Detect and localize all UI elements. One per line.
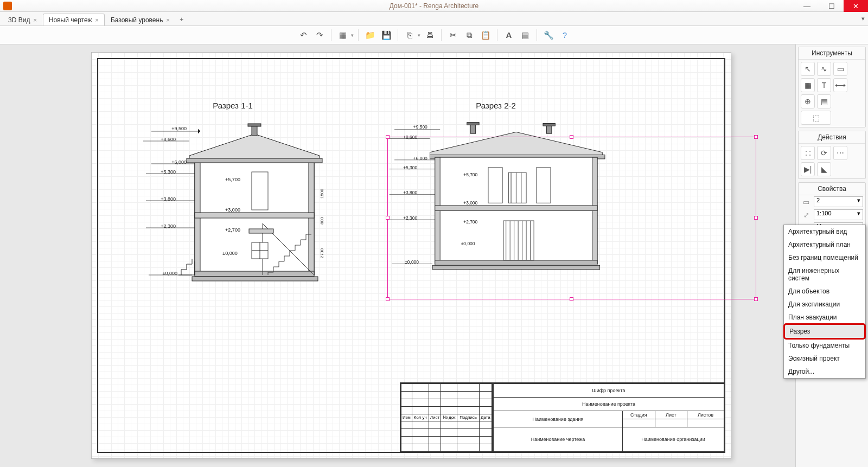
dropdown-item[interactable]: План эвакуации [784, 311, 865, 324]
svg-text:+2,700: +2,700 [225, 227, 240, 233]
svg-text:+3,000: +3,000 [225, 207, 240, 213]
dropdown-item[interactable]: Эскизный проект [784, 352, 865, 365]
svg-text:+9,500: +9,500 [413, 124, 427, 130]
svg-rect-38 [543, 124, 555, 126]
dropdown-item-selected[interactable]: Разрез [783, 323, 866, 340]
svg-text:800: 800 [320, 217, 324, 225]
dropdown-item[interactable]: Для инженерных систем [784, 264, 865, 285]
viewtype-dropdown[interactable]: Архитектурный вид Архитектурный план Без… [783, 225, 866, 379]
dropdown-item[interactable]: Архитектурный вид [784, 225, 865, 238]
undo-button[interactable]: ↶ [296, 28, 310, 42]
project-code: Шифр проекта [494, 384, 724, 398]
building-name: Наименование здания [494, 411, 623, 427]
cut-button[interactable]: ✂ [446, 28, 460, 42]
svg-text:+5,300: +5,300 [161, 169, 176, 175]
canvas[interactable]: Разрез 1-1 [0, 44, 795, 467]
section-title: Разрез 1-1 [135, 101, 330, 110]
org-name: Наименование организации [623, 427, 724, 452]
close-icon[interactable]: × [33, 17, 36, 23]
dropdown-item[interactable]: Другой... [784, 365, 865, 378]
main-area: Разрез 1-1 [0, 44, 868, 467]
drawing-sheet: Разрез 1-1 [91, 52, 731, 459]
redo-button[interactable]: ↷ [312, 28, 327, 42]
dropdown-item[interactable]: Только фундаменты [784, 339, 865, 352]
tab-base-level[interactable]: Базовый уровень× [105, 14, 176, 25]
move-tool[interactable]: ⸬ [801, 146, 815, 160]
scale-select[interactable]: 1:100 ▾ [814, 209, 863, 220]
view-tool[interactable]: ⬚ [801, 111, 831, 125]
close-button[interactable]: ✕ [844, 0, 868, 12]
panel-title: Инструменты [799, 47, 865, 60]
drawing-name: Наименование чертежа [494, 427, 623, 452]
selection-box[interactable] [387, 137, 756, 299]
dropdown-item[interactable]: Без границ помещений [784, 251, 865, 264]
text-style-button[interactable]: A [502, 28, 516, 42]
trim-tool[interactable]: ◣ [817, 162, 831, 176]
line-tool[interactable]: ∿ [817, 62, 831, 76]
dimension-tool[interactable]: ⟷ [833, 78, 847, 92]
main-toolbar: ↶ ↷ ▦▾ 📁 💾 ⎘▾ 🖶 ✂ ⧉ 📋 A ▤ 🔧 ? [0, 26, 868, 44]
window-title: Дом-001* - Renga Architecture [390, 2, 479, 10]
tab-label: Базовый уровень [111, 16, 163, 24]
document-tabs: 3D Вид× Новый чертеж× Базовый уровень× +… [0, 12, 868, 26]
section-title: Разрез 2-2 [379, 101, 612, 110]
section-icon: ▭ [801, 198, 812, 206]
dropdown-item[interactable]: Архитектурный план [784, 238, 865, 251]
save-button[interactable]: 💾 [379, 28, 393, 42]
section-number-select[interactable]: 2 ▾ [814, 196, 863, 207]
close-icon[interactable]: × [166, 17, 169, 23]
add-tab-button[interactable]: + [176, 14, 188, 25]
section-tool[interactable]: ▭ [833, 62, 847, 76]
titlebar: Дом-001* - Renga Architecture — ☐ ✕ [0, 0, 868, 12]
panel-instruments: Инструменты ↖ ∿ ▭ ▦ T ⟷ ⊕ ▤ ⬚ [798, 47, 866, 127]
hatch-tool[interactable]: ▦ [801, 78, 815, 92]
tab-drawing[interactable]: Новый чертеж× [43, 14, 105, 25]
tab-3d-view[interactable]: 3D Вид× [2, 14, 43, 25]
tab-label: Новый чертеж [49, 16, 92, 24]
svg-text:2700: 2700 [320, 248, 324, 258]
svg-rect-8 [252, 172, 268, 210]
svg-text:+9,500: +9,500 [171, 126, 187, 131]
svg-rect-37 [546, 125, 551, 133]
svg-text:+3,800: +3,800 [161, 196, 176, 202]
copy-button[interactable]: ⧉ [462, 28, 476, 42]
section-drawing-1: +9,500 +8,600 +6,000 +5,300 +3,800 +2,30… [135, 104, 330, 289]
copy-tool[interactable]: ⋯ [833, 146, 847, 160]
paste-button[interactable]: 📋 [478, 28, 493, 42]
project-name: Наименование проекта [494, 398, 724, 411]
views-button[interactable]: ▦ [336, 28, 350, 42]
rotate-tool[interactable]: ⟳ [817, 146, 831, 160]
app-icon [3, 2, 12, 10]
svg-text:±0,000: ±0,000 [222, 251, 237, 256]
select-tool[interactable]: ↖ [801, 62, 815, 76]
close-icon[interactable]: × [95, 17, 98, 23]
open-button[interactable]: 📁 [363, 28, 377, 42]
tab-label: 3D Вид [8, 16, 30, 24]
revision-table: ИзмКол учЛист№ докПодписьДата [400, 382, 492, 453]
minimize-button[interactable]: — [795, 0, 819, 12]
dropdown-item[interactable]: Для объектов [784, 285, 865, 298]
dropdown-item[interactable]: Для экспликации [784, 298, 865, 311]
print-button[interactable]: 🖶 [423, 28, 437, 42]
tabs-overflow-icon[interactable]: ▾ [861, 15, 865, 22]
svg-rect-1 [248, 124, 261, 126]
settings-button[interactable]: 🔧 [541, 28, 556, 42]
svg-rect-5 [195, 213, 314, 218]
svg-rect-6 [195, 271, 314, 277]
help-button[interactable]: ? [558, 28, 572, 42]
svg-rect-9 [249, 229, 273, 233]
text-tool[interactable]: T [817, 78, 831, 92]
table-tool[interactable]: ▤ [817, 94, 831, 108]
manage-button[interactable]: ▤ [518, 28, 532, 42]
svg-rect-0 [252, 126, 257, 136]
panel-title: Действия [799, 131, 865, 144]
svg-text:+8,600: +8,600 [161, 137, 176, 142]
axis-tool[interactable]: ⊕ [801, 94, 815, 108]
export-button[interactable]: ⎘ [403, 28, 417, 42]
svg-rect-7 [187, 158, 322, 163]
section-1: Разрез 1-1 [135, 104, 330, 290]
title-block: Шифр проекта Наименование проекта Наимен… [492, 382, 725, 453]
mirror-tool[interactable]: ▶| [801, 162, 815, 176]
maximize-button[interactable]: ☐ [819, 0, 844, 12]
svg-text:±0,000: ±0,000 [163, 271, 177, 276]
